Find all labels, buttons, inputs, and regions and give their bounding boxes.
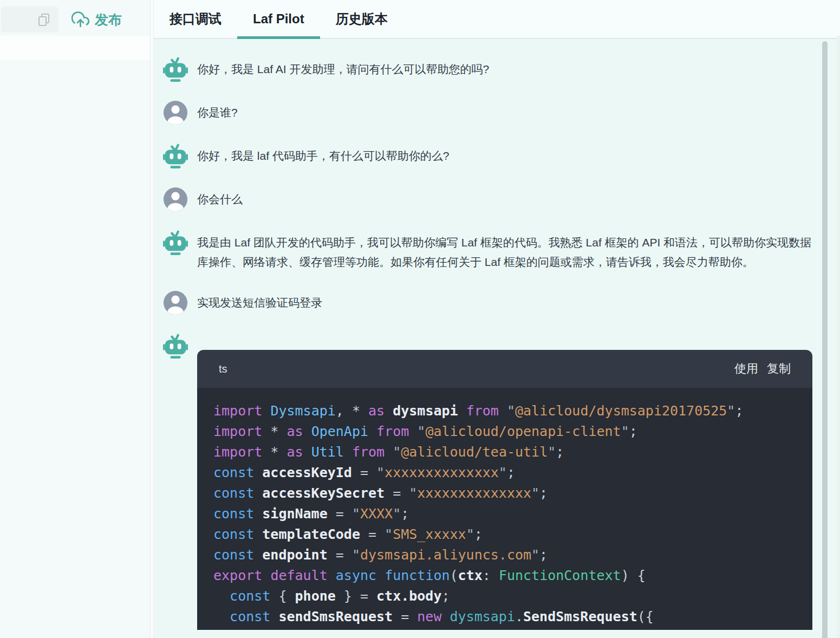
code-body: import Dysmsapi, * as dysmsapi from "@al…: [197, 388, 812, 630]
user-avatar-icon: [163, 100, 188, 125]
code-language-label: ts: [219, 363, 227, 375]
chat-message-bot: 你好，我是 laf 代码助手，有什么可以帮助你的么?: [163, 144, 840, 168]
laf-pilot-window: 发布 接口调试 Laf Pilot 历史版本 你好，我是 Laf AI 开发助理…: [0, 0, 840, 638]
copy-code-button[interactable]: 复制: [767, 361, 791, 377]
cloud-upload-icon: [71, 11, 89, 29]
code-line: const endpoint = "dysmsapi.aliyuncs.com"…: [213, 545, 812, 565]
message-text: 你好，我是 Laf AI 开发助理，请问有什么可以帮助您的吗?: [197, 57, 489, 82]
bot-avatar-icon: [163, 334, 188, 359]
copy-button[interactable]: [1, 6, 58, 32]
chat-message-bot: 你好，我是 Laf AI 开发助理，请问有什么可以帮助您的吗?: [163, 57, 840, 82]
main-panel: 接口调试 Laf Pilot 历史版本 你好，我是 Laf AI 开发助理，请问…: [154, 0, 840, 638]
tab-api-debug[interactable]: 接口调试: [154, 0, 237, 38]
user-avatar-icon: [163, 187, 188, 212]
chat-message-bot-code: ts 使用 复制 import Dysmsapi, * as dysmsapi …: [163, 334, 840, 630]
tab-laf-pilot[interactable]: Laf Pilot: [237, 0, 320, 38]
user-avatar-icon: [163, 290, 188, 315]
right-gutter: [837, 36, 840, 638]
code-line: const templateCode = "SMS_xxxxx";: [213, 524, 812, 545]
code-line: import * as Util from "@alicloud/tea-uti…: [213, 442, 812, 463]
bot-avatar-icon: [163, 144, 188, 168]
bot-avatar-icon: [163, 57, 188, 82]
message-text: 你好，我是 laf 代码助手，有什么可以帮助你的么?: [197, 144, 450, 168]
use-code-button[interactable]: 使用: [734, 361, 758, 377]
message-text: 实现发送短信验证码登录: [197, 290, 322, 315]
message-text: 你会什么: [197, 187, 243, 212]
chat-scrollbar-thumb[interactable]: [822, 41, 828, 638]
tab-history-versions[interactable]: 历史版本: [320, 0, 403, 38]
sidebar-toolbar: 发布: [0, 6, 150, 32]
code-line: const { phone } = ctx.body;: [213, 586, 812, 607]
code-block-header: ts 使用 复制: [197, 350, 812, 388]
chat-message-bot: 我是由 Laf 团队开发的代码助手，我可以帮助你编写 Laf 框架的代码。我熟悉…: [163, 230, 840, 272]
code-line: const sendSmsRequest = new dysmsapi.Send…: [213, 607, 812, 627]
message-list: 你好，我是 Laf AI 开发助理，请问有什么可以帮助您的吗? 你是谁? 你好，…: [163, 57, 840, 315]
code-block: ts 使用 复制 import Dysmsapi, * as dysmsapi …: [197, 350, 812, 630]
code-line: const signName = "XXXX";: [213, 504, 812, 524]
code-line: import * as OpenApi from "@alicloud/open…: [213, 421, 812, 442]
code-line: const accessKeySecret = "xxxxxxxxxxxxxx"…: [213, 483, 812, 504]
code-line: const accessKeyId = "xxxxxxxxxxxxxx";: [213, 463, 812, 483]
publish-label: 发布: [95, 11, 122, 29]
publish-button[interactable]: 发布: [71, 11, 122, 29]
chat-message-user: 你是谁?: [163, 100, 840, 125]
tab-bar: 接口调试 Laf Pilot 历史版本: [154, 0, 840, 39]
bot-avatar-icon: [163, 230, 188, 255]
code-line: import Dysmsapi, * as dysmsapi from "@al…: [213, 401, 812, 421]
chat-message-user: 你会什么: [163, 187, 840, 212]
code-actions: 使用 复制: [734, 361, 791, 377]
copy-icon: [37, 12, 51, 27]
chat-area: 你好，我是 Laf AI 开发助理，请问有什么可以帮助您的吗? 你是谁? 你好，…: [154, 39, 840, 638]
message-text: 你是谁?: [197, 100, 238, 125]
sidebar: 发布: [0, 0, 151, 638]
code-line: export default async function(ctx: Funct…: [213, 565, 812, 586]
sidebar-empty-area: [0, 36, 150, 60]
message-text: 我是由 Laf 团队开发的代码助手，我可以帮助你编写 Laf 框架的代码。我熟悉…: [197, 230, 814, 272]
chat-message-user: 实现发送短信验证码登录: [163, 290, 840, 315]
